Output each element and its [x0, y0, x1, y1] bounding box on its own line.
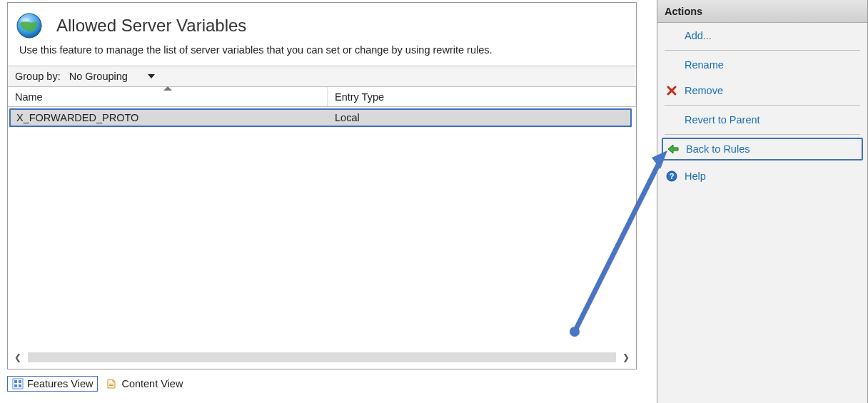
action-remove-label: Remove [685, 85, 723, 96]
tab-features-view-label: Features View [27, 378, 93, 389]
scroll-track[interactable] [28, 352, 616, 362]
column-header-entry-type[interactable]: Entry Type [328, 87, 636, 106]
action-add-label: Add... [685, 30, 712, 41]
svg-rect-7 [109, 384, 113, 384]
separator [665, 105, 860, 106]
action-revert-label: Revert to Parent [685, 114, 760, 126]
actions-header: Actions [657, 0, 867, 23]
globe-icon [15, 11, 44, 40]
group-by-select[interactable]: No Grouping [65, 71, 166, 82]
separator [665, 50, 860, 51]
group-by-value: No Grouping [65, 71, 148, 82]
svg-rect-8 [109, 385, 113, 386]
blank-icon [665, 29, 679, 43]
action-rename-label: Rename [685, 59, 724, 71]
remove-icon [665, 83, 679, 98]
cell-name: X_FORWARDED_PROTO [11, 112, 329, 123]
action-back-to-rules-label: Back to Rules [686, 143, 750, 155]
bottom-tabs: Features View Content View [7, 376, 187, 392]
title-row: Allowed Server Variables [8, 3, 636, 44]
action-back-to-rules[interactable]: Back to Rules [662, 138, 863, 160]
table-row[interactable]: X_FORWARDED_PROTO Local [9, 108, 632, 127]
action-help-label: Help [685, 170, 706, 182]
table-body: X_FORWARDED_PROTO Local [8, 108, 636, 307]
tab-content-view[interactable]: Content View [102, 376, 187, 392]
back-arrow-icon [666, 142, 680, 156]
page-title: Allowed Server Variables [56, 16, 246, 36]
column-header-name[interactable]: Name [8, 87, 328, 106]
horizontal-scrollbar[interactable]: ❮ ❯ [11, 350, 633, 364]
column-header-entry-type-label: Entry Type [335, 91, 384, 103]
group-by-label: Group by: [8, 71, 65, 82]
svg-rect-6 [19, 384, 21, 387]
blank-icon [665, 113, 679, 127]
main-panel: Allowed Server Variables Use this featur… [7, 2, 637, 369]
separator [665, 134, 860, 135]
features-view-icon [12, 378, 24, 389]
svg-rect-5 [14, 384, 17, 387]
svg-point-1 [21, 18, 29, 22]
svg-rect-4 [19, 380, 21, 383]
content-view-icon [106, 378, 118, 389]
group-by-bar: Group by: No Grouping [8, 66, 636, 87]
chevron-down-icon [148, 74, 155, 78]
actions-panel: Actions Add... Rename Remove Revert to P… [657, 0, 868, 403]
svg-rect-3 [14, 380, 17, 383]
svg-text:?: ? [670, 172, 675, 180]
blank-icon [665, 58, 679, 72]
action-help[interactable]: ? Help [657, 163, 867, 189]
action-add[interactable]: Add... [657, 23, 867, 49]
scroll-right-icon[interactable]: ❯ [619, 350, 633, 364]
column-header-name-label: Name [15, 91, 43, 103]
scroll-left-icon[interactable]: ❮ [11, 350, 25, 364]
cell-entry-type: Local [329, 112, 630, 123]
tab-content-view-label: Content View [121, 378, 183, 389]
help-icon: ? [665, 169, 679, 183]
column-headers: Name Entry Type [8, 87, 636, 107]
action-revert-to-parent[interactable]: Revert to Parent [657, 107, 867, 133]
tab-features-view[interactable]: Features View [7, 376, 98, 392]
action-remove[interactable]: Remove [657, 78, 867, 103]
action-rename[interactable]: Rename [657, 52, 867, 78]
page-description: Use this feature to manage the list of s… [8, 44, 636, 66]
